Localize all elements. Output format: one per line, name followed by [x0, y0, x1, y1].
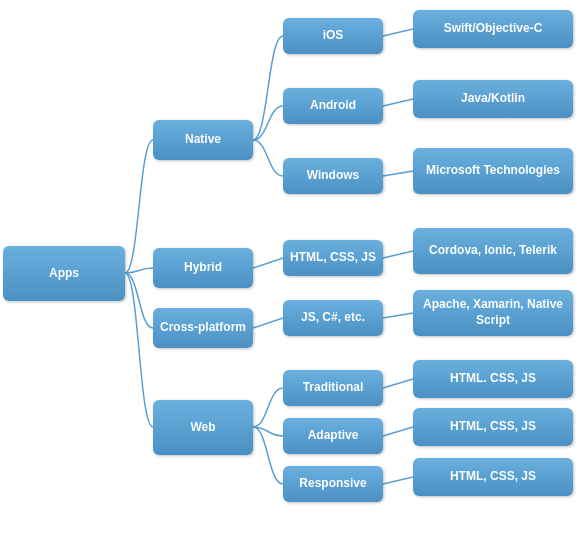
node-apache: Apache, Xamarin, Native Script	[413, 290, 573, 336]
node-swift: Swift/Objective-C	[413, 10, 573, 48]
node-native: Native	[153, 120, 253, 160]
node-html-trad: HTML. CSS, JS	[413, 360, 573, 398]
node-apps: Apps	[3, 246, 125, 301]
svg-line-0	[253, 258, 283, 268]
svg-line-1	[253, 318, 283, 328]
node-javakotlin: Java/Kotlin	[413, 80, 573, 118]
node-jscsharp: JS, C#, etc.	[283, 300, 383, 336]
svg-line-7	[383, 379, 413, 388]
svg-line-8	[383, 427, 413, 436]
node-web: Web	[153, 400, 253, 455]
svg-line-2	[383, 29, 413, 36]
node-windows: Windows	[283, 158, 383, 194]
node-html-resp: HTML, CSS, JS	[413, 458, 573, 496]
node-android: Android	[283, 88, 383, 124]
node-html-adapt: HTML, CSS, JS	[413, 408, 573, 446]
svg-line-6	[383, 313, 413, 318]
node-adaptive: Adaptive	[283, 418, 383, 454]
node-microsoft: Microsoft Technologies	[413, 148, 573, 194]
node-traditional: Traditional	[283, 370, 383, 406]
node-crossplatform: Cross-platform	[153, 308, 253, 348]
node-responsive: Responsive	[283, 466, 383, 502]
svg-line-9	[383, 477, 413, 484]
svg-line-5	[383, 251, 413, 258]
node-cordova: Cordova, Ionic, Telerik	[413, 228, 573, 274]
node-ios: iOS	[283, 18, 383, 54]
svg-line-3	[383, 99, 413, 106]
svg-line-4	[383, 171, 413, 176]
diagram: Apps Native Hybrid Cross-platform Web iO…	[0, 0, 585, 548]
node-htmlcssjs-h: HTML, CSS, JS	[283, 240, 383, 276]
node-hybrid: Hybrid	[153, 248, 253, 288]
